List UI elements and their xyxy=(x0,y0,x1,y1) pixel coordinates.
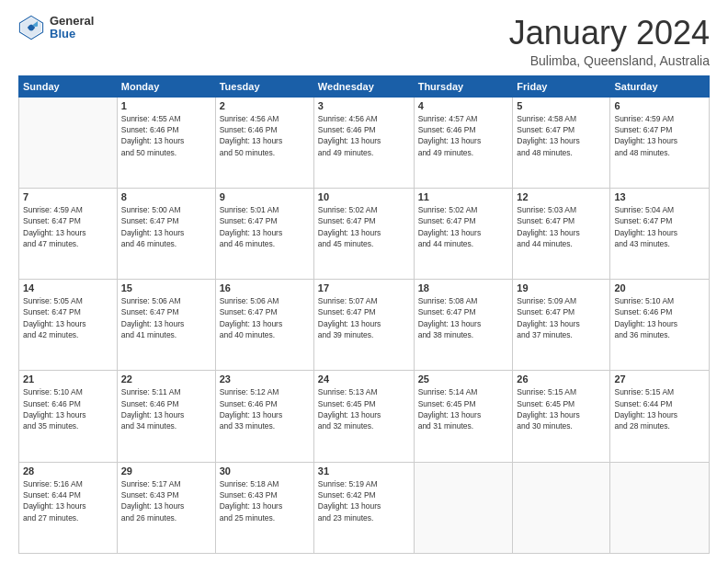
header: General Blue January 2024 Bulimba, Queen… xyxy=(18,15,710,68)
day-cell-3-2: 23Sunrise: 5:12 AMSunset: 6:46 PMDayligh… xyxy=(215,371,313,462)
day-info: Sunrise: 4:59 AMSunset: 6:47 PMDaylight:… xyxy=(614,113,705,158)
day-cell-2-6: 20Sunrise: 5:10 AMSunset: 6:46 PMDayligh… xyxy=(610,280,710,371)
location: Bulimba, Queensland, Australia xyxy=(509,53,710,68)
day-number: 8 xyxy=(121,191,211,202)
day-cell-0-0 xyxy=(19,97,118,188)
day-info: Sunrise: 5:04 AMSunset: 6:47 PMDaylight:… xyxy=(614,204,705,249)
day-number: 21 xyxy=(23,373,113,385)
day-info: Sunrise: 5:03 AMSunset: 6:47 PMDaylight:… xyxy=(517,204,606,249)
logo-text: General Blue xyxy=(50,15,94,41)
day-cell-0-1: 1Sunrise: 4:55 AMSunset: 6:46 PMDaylight… xyxy=(117,97,215,188)
day-number: 4 xyxy=(418,100,509,111)
day-info: Sunrise: 5:13 AMSunset: 6:45 PMDaylight:… xyxy=(318,386,410,431)
day-info: Sunrise: 5:06 AMSunset: 6:47 PMDaylight:… xyxy=(220,295,310,340)
day-info: Sunrise: 5:17 AMSunset: 6:43 PMDaylight:… xyxy=(121,478,211,523)
day-cell-1-5: 12Sunrise: 5:03 AMSunset: 6:47 PMDayligh… xyxy=(513,188,610,279)
day-cell-1-1: 8Sunrise: 5:00 AMSunset: 6:47 PMDaylight… xyxy=(117,188,215,279)
col-saturday: Saturday xyxy=(610,75,710,97)
calendar-header-row: Sunday Monday Tuesday Wednesday Thursday… xyxy=(19,75,710,97)
day-cell-3-3: 24Sunrise: 5:13 AMSunset: 6:45 PMDayligh… xyxy=(313,371,414,462)
week-row-4: 21Sunrise: 5:10 AMSunset: 6:46 PMDayligh… xyxy=(19,371,710,462)
day-info: Sunrise: 5:15 AMSunset: 6:44 PMDaylight:… xyxy=(614,386,705,431)
title-block: January 2024 Bulimba, Queensland, Austra… xyxy=(509,15,710,68)
day-cell-2-3: 17Sunrise: 5:07 AMSunset: 6:47 PMDayligh… xyxy=(313,280,414,371)
week-row-2: 7Sunrise: 4:59 AMSunset: 6:47 PMDaylight… xyxy=(19,188,710,279)
day-number: 13 xyxy=(614,191,705,202)
day-number: 31 xyxy=(318,465,410,477)
day-number: 22 xyxy=(121,373,211,385)
day-info: Sunrise: 4:59 AMSunset: 6:47 PMDaylight:… xyxy=(23,204,113,249)
day-info: Sunrise: 5:10 AMSunset: 6:46 PMDaylight:… xyxy=(23,386,113,431)
day-cell-0-5: 5Sunrise: 4:58 AMSunset: 6:47 PMDaylight… xyxy=(513,97,610,188)
day-info: Sunrise: 5:12 AMSunset: 6:46 PMDaylight:… xyxy=(220,386,310,431)
day-cell-3-4: 25Sunrise: 5:14 AMSunset: 6:45 PMDayligh… xyxy=(414,371,513,462)
day-info: Sunrise: 5:11 AMSunset: 6:46 PMDaylight:… xyxy=(121,386,211,431)
day-number: 11 xyxy=(418,191,509,202)
day-cell-4-1: 29Sunrise: 5:17 AMSunset: 6:43 PMDayligh… xyxy=(117,462,215,553)
day-number: 28 xyxy=(23,465,113,477)
day-number: 3 xyxy=(318,100,410,111)
day-number: 27 xyxy=(614,373,705,385)
day-cell-0-3: 3Sunrise: 4:56 AMSunset: 6:46 PMDaylight… xyxy=(313,97,414,188)
day-info: Sunrise: 4:57 AMSunset: 6:46 PMDaylight:… xyxy=(418,113,509,158)
day-cell-2-1: 15Sunrise: 5:06 AMSunset: 6:47 PMDayligh… xyxy=(117,280,215,371)
day-cell-2-0: 14Sunrise: 5:05 AMSunset: 6:47 PMDayligh… xyxy=(19,280,118,371)
day-cell-3-6: 27Sunrise: 5:15 AMSunset: 6:44 PMDayligh… xyxy=(610,371,710,462)
day-info: Sunrise: 5:01 AMSunset: 6:47 PMDaylight:… xyxy=(220,204,310,249)
calendar-table: Sunday Monday Tuesday Wednesday Thursday… xyxy=(18,75,710,554)
col-monday: Monday xyxy=(117,75,215,97)
day-cell-4-5 xyxy=(513,462,610,553)
week-row-5: 28Sunrise: 5:16 AMSunset: 6:44 PMDayligh… xyxy=(19,462,710,553)
day-cell-3-5: 26Sunrise: 5:15 AMSunset: 6:45 PMDayligh… xyxy=(513,371,610,462)
day-info: Sunrise: 5:02 AMSunset: 6:47 PMDaylight:… xyxy=(318,204,410,249)
day-number: 9 xyxy=(220,191,310,202)
day-cell-4-6 xyxy=(610,462,710,553)
day-number: 24 xyxy=(318,373,410,385)
week-row-1: 1Sunrise: 4:55 AMSunset: 6:46 PMDaylight… xyxy=(19,97,710,188)
day-number: 20 xyxy=(614,282,705,293)
day-info: Sunrise: 4:55 AMSunset: 6:46 PMDaylight:… xyxy=(121,113,211,158)
col-thursday: Thursday xyxy=(414,75,513,97)
day-number: 19 xyxy=(517,282,606,293)
day-info: Sunrise: 5:08 AMSunset: 6:47 PMDaylight:… xyxy=(418,295,509,340)
col-friday: Friday xyxy=(513,75,610,97)
day-number: 25 xyxy=(418,373,509,385)
week-row-3: 14Sunrise: 5:05 AMSunset: 6:47 PMDayligh… xyxy=(19,280,710,371)
day-number: 16 xyxy=(220,282,310,293)
day-info: Sunrise: 5:16 AMSunset: 6:44 PMDaylight:… xyxy=(23,478,113,523)
day-number: 14 xyxy=(23,282,113,293)
day-number: 5 xyxy=(517,100,606,111)
col-tuesday: Tuesday xyxy=(215,75,313,97)
day-cell-0-6: 6Sunrise: 4:59 AMSunset: 6:47 PMDaylight… xyxy=(610,97,710,188)
day-info: Sunrise: 5:09 AMSunset: 6:47 PMDaylight:… xyxy=(517,295,606,340)
day-cell-1-4: 11Sunrise: 5:02 AMSunset: 6:47 PMDayligh… xyxy=(414,188,513,279)
day-number: 18 xyxy=(418,282,509,293)
day-number: 10 xyxy=(318,191,410,202)
day-cell-1-0: 7Sunrise: 4:59 AMSunset: 6:47 PMDaylight… xyxy=(19,188,118,279)
page: General Blue January 2024 Bulimba, Queen… xyxy=(0,0,728,563)
day-number: 23 xyxy=(220,373,310,385)
day-info: Sunrise: 5:14 AMSunset: 6:45 PMDaylight:… xyxy=(418,386,509,431)
day-number: 15 xyxy=(121,282,211,293)
day-cell-0-4: 4Sunrise: 4:57 AMSunset: 6:46 PMDaylight… xyxy=(414,97,513,188)
day-info: Sunrise: 5:15 AMSunset: 6:45 PMDaylight:… xyxy=(517,386,606,431)
day-cell-2-4: 18Sunrise: 5:08 AMSunset: 6:47 PMDayligh… xyxy=(414,280,513,371)
day-info: Sunrise: 5:07 AMSunset: 6:47 PMDaylight:… xyxy=(318,295,410,340)
day-number: 2 xyxy=(220,100,310,111)
col-wednesday: Wednesday xyxy=(313,75,414,97)
day-info: Sunrise: 5:02 AMSunset: 6:47 PMDaylight:… xyxy=(418,204,509,249)
day-cell-4-0: 28Sunrise: 5:16 AMSunset: 6:44 PMDayligh… xyxy=(19,462,118,553)
day-number: 30 xyxy=(220,465,310,477)
day-number: 6 xyxy=(614,100,705,111)
day-cell-3-1: 22Sunrise: 5:11 AMSunset: 6:46 PMDayligh… xyxy=(117,371,215,462)
month-title: January 2024 xyxy=(509,15,710,52)
logo-icon xyxy=(18,15,44,40)
day-cell-2-5: 19Sunrise: 5:09 AMSunset: 6:47 PMDayligh… xyxy=(513,280,610,371)
logo-general: General xyxy=(50,15,94,28)
day-number: 7 xyxy=(23,191,113,202)
day-number: 26 xyxy=(517,373,606,385)
day-info: Sunrise: 5:18 AMSunset: 6:43 PMDaylight:… xyxy=(220,478,310,523)
day-cell-4-3: 31Sunrise: 5:19 AMSunset: 6:42 PMDayligh… xyxy=(313,462,414,553)
day-cell-1-2: 9Sunrise: 5:01 AMSunset: 6:47 PMDaylight… xyxy=(215,188,313,279)
col-sunday: Sunday xyxy=(19,75,118,97)
